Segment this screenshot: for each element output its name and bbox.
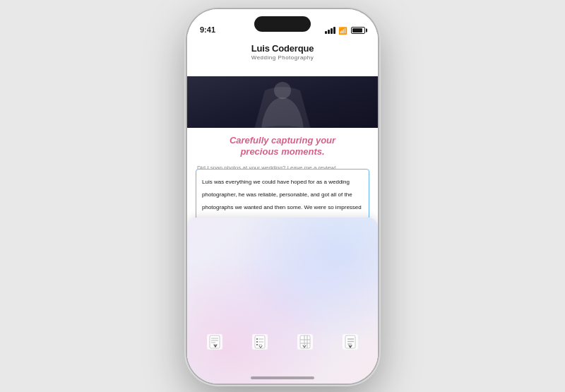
photographer-subtitle: Wedding Photography bbox=[187, 54, 378, 61]
hero-svg bbox=[187, 76, 378, 129]
phone-frame: 9:41 📶 Luis Coderque Wedding Photography bbox=[187, 9, 378, 384]
svg-point-26 bbox=[256, 344, 258, 345]
writing-tools-header: Writing Tools × bbox=[187, 218, 378, 242]
key-points-button[interactable]: Key Points bbox=[239, 330, 281, 362]
writing-tools-title: Writing Tools bbox=[197, 225, 255, 236]
tools-row-3: Summary bbox=[187, 330, 378, 362]
list-label: List bbox=[345, 352, 354, 358]
key-points-label: Key Points bbox=[246, 352, 273, 358]
dynamic-island bbox=[254, 16, 311, 32]
professional-label: Professional bbox=[267, 316, 298, 322]
review-text-content: Luis was everything we could have hoped … bbox=[202, 179, 362, 220]
summary-icon bbox=[207, 334, 222, 350]
friendly-label: Friendly bbox=[212, 316, 232, 322]
battery-icon bbox=[351, 27, 365, 34]
search-placeholder-text: Describe your change bbox=[214, 246, 352, 253]
proofread-icon bbox=[231, 268, 244, 281]
phone-screen: 9:41 📶 Luis Coderque Wedding Photography bbox=[187, 9, 378, 384]
tagline-line1: Carefully capturing your precious moment… bbox=[201, 135, 364, 159]
svg-point-24 bbox=[256, 341, 258, 343]
status-time: 9:41 bbox=[200, 25, 215, 35]
table-icon bbox=[297, 334, 313, 350]
review-textarea[interactable]: Luis was everything we could have hoped … bbox=[196, 169, 369, 220]
tagline-section: Carefully capturing your precious moment… bbox=[187, 128, 378, 163]
signal-icon bbox=[325, 27, 335, 34]
summary-button[interactable]: Summary bbox=[194, 330, 236, 362]
summary-label: Summary bbox=[203, 352, 227, 358]
concise-icon bbox=[337, 302, 348, 314]
tools-row-2: Friendly Professional Concise bbox=[187, 298, 378, 326]
rewrite-label: Rewrite bbox=[318, 283, 337, 290]
wifi-icon: 📶 bbox=[338, 27, 347, 35]
friendly-icon bbox=[217, 302, 228, 314]
key-points-icon bbox=[252, 334, 268, 350]
tools-row-1: Proofread Rewrite bbox=[187, 263, 378, 294]
svg-point-12 bbox=[220, 306, 221, 307]
table-button[interactable]: Table bbox=[285, 330, 326, 362]
search-icon bbox=[201, 245, 210, 254]
close-button[interactable]: × bbox=[355, 225, 368, 237]
rewrite-button[interactable]: Rewrite bbox=[285, 263, 371, 294]
status-icons: 📶 bbox=[325, 27, 365, 35]
table-label: Table bbox=[298, 352, 311, 358]
proofread-label: Proofread bbox=[225, 283, 249, 290]
professional-button[interactable]: Professional bbox=[254, 298, 310, 326]
friendly-button[interactable]: Friendly bbox=[194, 298, 250, 326]
rewrite-icon bbox=[321, 268, 334, 281]
svg-point-13 bbox=[223, 306, 225, 307]
svg-point-11 bbox=[218, 303, 227, 312]
list-button[interactable]: List bbox=[329, 330, 371, 362]
proofread-button[interactable]: Proofread bbox=[194, 263, 280, 294]
concise-label: Concise bbox=[333, 316, 353, 322]
writing-tools-panel: Writing Tools × bbox=[187, 218, 378, 384]
hero-image bbox=[187, 76, 378, 129]
close-icon: × bbox=[359, 227, 363, 234]
writing-tools-search[interactable]: Describe your change 🎙 bbox=[194, 242, 371, 257]
home-indicator bbox=[251, 376, 314, 379]
svg-rect-14 bbox=[278, 305, 287, 311]
photographer-name: Luis Coderque bbox=[187, 43, 378, 54]
concise-button[interactable]: Concise bbox=[315, 298, 371, 326]
photographer-header: Luis Coderque Wedding Photography bbox=[187, 37, 378, 65]
professional-icon bbox=[277, 302, 288, 314]
svg-line-4 bbox=[207, 251, 209, 253]
list-icon bbox=[343, 334, 358, 350]
mic-icon[interactable]: 🎙 bbox=[357, 245, 364, 253]
svg-point-22 bbox=[256, 338, 258, 340]
